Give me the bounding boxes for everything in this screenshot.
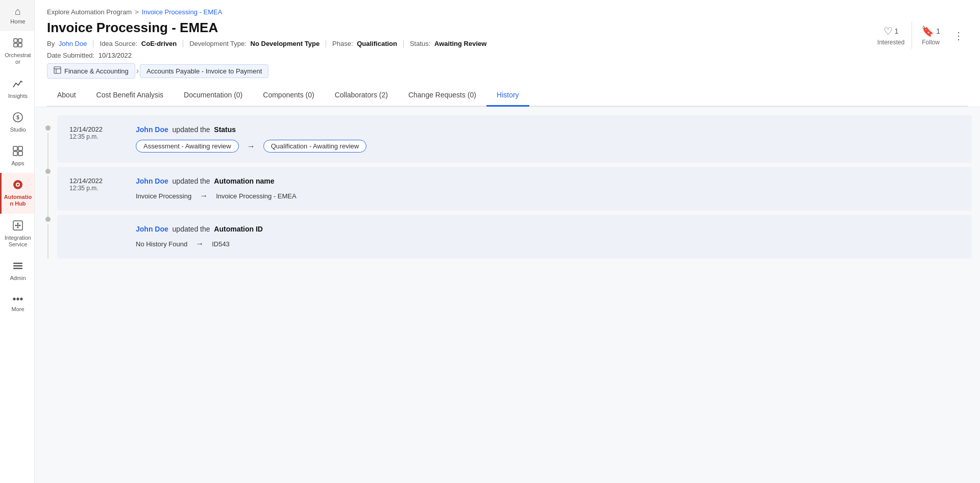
history-entry-2: 12/14/2022 12:35 p.m. John Doe updated t…: [57, 167, 972, 211]
sidebar-item-more[interactable]: ••• More: [0, 288, 34, 319]
integration-service-icon: [12, 220, 23, 233]
tab-documentation[interactable]: Documentation (0): [174, 85, 253, 107]
sidebar-item-integration-service[interactable]: Integration Service: [0, 214, 34, 254]
meta-status-value: Awaiting Review: [434, 40, 486, 47]
history-body-2: John Doe updated the Automation name Inv…: [136, 177, 960, 200]
history-body-1: John Doe updated the Status Assessment -…: [136, 125, 960, 152]
history-to-2: Invoice Processing - EMEA: [216, 192, 297, 200]
history-body-3: John Doe updated the Automation ID No Hi…: [136, 225, 960, 248]
follow-label: Follow: [922, 39, 940, 46]
history-change-1: Assessment - Awaiting review → Qualifica…: [136, 140, 960, 152]
timeline-dot-2: [45, 169, 51, 174]
tab-collaborators[interactable]: Collaborators (2): [325, 85, 398, 107]
svg-rect-9: [18, 151, 22, 156]
svg-text:$: $: [16, 115, 19, 120]
history-action-3: John Doe updated the Automation ID: [136, 225, 960, 233]
history-verb-2: updated the: [173, 177, 210, 185]
sidebar-item-insights[interactable]: Insights: [0, 72, 34, 106]
svg-rect-1: [18, 39, 22, 42]
sidebar-item-admin[interactable]: Admin: [0, 254, 34, 288]
history-entry-3-wrapper: John Doe updated the Automation ID No Hi…: [43, 211, 972, 259]
timeline-dot-1: [45, 125, 51, 131]
svg-rect-8: [13, 151, 17, 156]
history-action-1: John Doe updated the Status: [136, 125, 960, 134]
sidebar-item-studio[interactable]: $ Studio: [0, 106, 34, 139]
tab-cost-benefit[interactable]: Cost Benefit Analysis: [86, 85, 174, 107]
tag-finance: Finance & Accounting: [47, 63, 135, 79]
history-to-1: Qualification - Awaiting review: [263, 140, 366, 152]
orchestrator-icon: [12, 37, 23, 50]
timeline-spacer-3a: [47, 211, 48, 217]
meta-author: By John Doe: [47, 40, 93, 47]
sidebar-item-orchestrator[interactable]: Orchestrator: [0, 31, 34, 71]
tab-change-requests[interactable]: Change Requests (0): [398, 85, 486, 107]
history-actor-1: John Doe: [136, 125, 168, 134]
meta-author-link[interactable]: John Doe: [59, 40, 87, 47]
history-time-value-2: 12:35 p.m.: [69, 185, 136, 192]
meta-date-row: Date Submitted: 10/13/2022: [47, 52, 870, 59]
svg-rect-3: [18, 43, 22, 47]
breadcrumb-parent[interactable]: Explore Automation Program: [47, 8, 132, 16]
tag-accounts-payable-label: Accounts Payable - Invoice to Payment: [146, 67, 262, 75]
tabs-nav: About Cost Benefit Analysis Documentatio…: [47, 85, 968, 107]
svg-point-12: [17, 184, 19, 186]
interested-button[interactable]: ♡ 1 Interested: [870, 22, 912, 49]
more-options-button[interactable]: ⋮: [949, 28, 968, 44]
svg-point-16: [15, 224, 17, 226]
history-entry-3: John Doe updated the Automation ID No Hi…: [57, 215, 972, 259]
tags-row: Finance & Accounting › Accounts Payable …: [47, 63, 968, 85]
history-field-2: Automation name: [214, 177, 274, 185]
svg-rect-0: [14, 39, 17, 42]
history-time-value-1: 12:35 p.m.: [69, 133, 136, 140]
meta-date-value: 10/13/2022: [99, 52, 132, 59]
svg-point-19: [17, 226, 19, 228]
follow-button[interactable]: 🔖 1 Follow: [914, 22, 947, 49]
meta-row: By John Doe Idea Source: CoE-driven Deve…: [47, 40, 870, 47]
more-icon: •••: [12, 294, 23, 304]
history-from-2: Invoice Processing: [136, 192, 191, 200]
history-entry-2-wrapper: 12/14/2022 12:35 p.m. John Doe updated t…: [43, 163, 972, 211]
history-action-2: John Doe updated the Automation name: [136, 177, 960, 185]
page-title: Invoice Processing - EMEA: [47, 20, 870, 36]
interested-count-row: ♡ 1: [884, 25, 899, 37]
timeline-line-2: [47, 176, 48, 211]
history-date-value-1: 12/14/2022: [69, 125, 136, 133]
tab-history[interactable]: History: [486, 85, 529, 107]
tab-components[interactable]: Components (0): [253, 85, 324, 107]
sidebar-item-automation-hub[interactable]: Automation Hub: [0, 173, 34, 213]
history-date-value-2: 12/14/2022: [69, 177, 136, 185]
timeline-spacer-2a: [47, 163, 48, 169]
automation-hub-icon: [12, 179, 23, 192]
svg-rect-23: [54, 67, 61, 73]
history-actor-2: John Doe: [136, 177, 168, 185]
svg-point-18: [17, 222, 19, 224]
header-top: Invoice Processing - EMEA By John Doe Id…: [47, 20, 968, 63]
header-left: Invoice Processing - EMEA By John Doe Id…: [47, 20, 870, 63]
meta-author-label: By: [47, 40, 55, 47]
timeline-line-1: [47, 133, 48, 163]
svg-rect-20: [13, 263, 22, 264]
tag-accounts-payable: Accounts Payable - Invoice to Payment: [140, 64, 268, 78]
interested-label: Interested: [877, 39, 904, 46]
history-date-2: 12/14/2022 12:35 p.m.: [69, 177, 136, 200]
svg-rect-7: [18, 146, 22, 150]
timeline-dot-3: [45, 217, 51, 222]
history-date-3: [69, 225, 136, 248]
history-from-1: Assessment - Awaiting review: [136, 140, 239, 152]
meta-idea-source-label: Idea Source:: [100, 40, 137, 47]
sidebar-item-home[interactable]: ⌂ Home: [0, 0, 34, 31]
meta-phase-value: Qualification: [357, 40, 397, 47]
tab-about[interactable]: About: [47, 85, 86, 107]
apps-icon: [12, 145, 23, 158]
history-arrow-2: →: [200, 191, 208, 200]
svg-rect-6: [13, 146, 17, 150]
timeline-2: [43, 163, 53, 211]
svg-rect-21: [13, 265, 22, 267]
svg-rect-22: [13, 268, 22, 269]
bookmark-icon: 🔖: [921, 25, 934, 37]
insights-icon: [12, 78, 23, 91]
history-content: 12/14/2022 12:35 p.m. John Doe updated t…: [35, 107, 980, 483]
sidebar-item-apps[interactable]: Apps: [0, 139, 34, 173]
studio-icon: $: [12, 112, 23, 124]
breadcrumb: Explore Automation Program > Invoice Pro…: [47, 8, 968, 16]
